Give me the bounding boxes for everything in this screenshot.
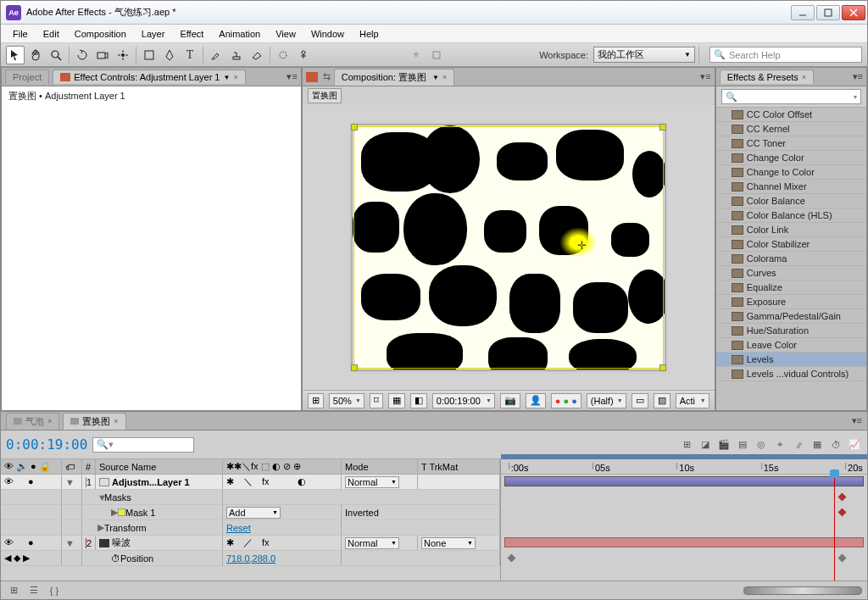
tl-tool-icon[interactable]: ⫽ [791, 437, 806, 453]
minimize-button[interactable] [791, 5, 815, 20]
camera-tool[interactable] [93, 46, 112, 64]
search-help-input[interactable]: 🔍 Search Help [709, 47, 862, 63]
transparency-grid-toggle[interactable]: ▨ [654, 393, 670, 408]
maximize-button[interactable] [816, 5, 840, 20]
effect-item[interactable]: Color Balance (HLS) [716, 208, 866, 223]
comp-mini-dropdown[interactable]: 置换图 [308, 88, 342, 103]
menu-help[interactable]: Help [353, 27, 386, 41]
menu-file[interactable]: File [6, 27, 35, 41]
toggle-modes-icon[interactable]: ☰ [26, 583, 42, 598]
effects-search-input[interactable]: 🔍▾ [721, 89, 861, 104]
tl-tool-icon[interactable]: ◎ [754, 437, 769, 453]
blend-mode-dropdown[interactable]: Normal▼ [345, 537, 399, 549]
trkmat-dropdown[interactable]: None▼ [421, 537, 476, 549]
zoom-tool[interactable] [47, 46, 65, 64]
favorites-icon[interactable]: ★ [407, 46, 426, 64]
viewer[interactable]: ✛ [303, 105, 715, 390]
current-time[interactable]: 0:00:19:00 [6, 436, 87, 453]
panel-menu-icon[interactable]: ▾≡ [852, 415, 862, 426]
timeline-search-input[interactable]: 🔍▾ [92, 437, 194, 453]
tl-tool-icon[interactable]: ▦ [810, 437, 825, 453]
toggle-switches-icon[interactable]: ⊞ [6, 583, 21, 598]
tab-comp-1[interactable]: 气泡 × [6, 413, 59, 430]
flow-icon[interactable]: ⇆ [323, 71, 331, 82]
mask-row-1[interactable]: ▶ Mask 1 Add▼ Inverted [1, 505, 500, 520]
mask-toggle[interactable]: ◧ [410, 393, 427, 408]
tab-close-icon[interactable]: × [802, 73, 806, 81]
tab-project[interactable]: Project [5, 69, 49, 84]
effect-item[interactable]: Leave Color [716, 338, 866, 353]
effect-item[interactable]: Gamma/Pedestal/Gain [716, 309, 866, 324]
tl-tool-icon[interactable]: ⊞ [679, 437, 694, 453]
workspace-dropdown[interactable]: 我的工作区▼ [593, 47, 695, 63]
eraser-tool[interactable] [248, 46, 266, 64]
zoom-slider[interactable] [743, 586, 862, 595]
effect-item[interactable]: Color Balance [716, 194, 866, 208]
effect-item[interactable]: CC Kernel [716, 122, 866, 136]
panel-menu-icon[interactable]: ▾≡ [853, 71, 863, 82]
effect-item[interactable]: Channel Mixer [716, 180, 866, 194]
layer-bar[interactable] [504, 537, 864, 547]
effect-item[interactable]: Hue/Saturation [716, 324, 866, 338]
effect-item[interactable]: Colorama [716, 252, 866, 266]
safe-zones-toggle[interactable]: ▦ [388, 393, 405, 408]
viewer-time[interactable]: 0:00:19:00 [432, 393, 495, 408]
puppet-tool[interactable] [294, 46, 313, 64]
tab-close-icon[interactable]: × [114, 417, 118, 425]
layer-row[interactable]: 👁 ● ▼ 2 噪波 ✱ ／ fx Normal▼ None▼ [1, 536, 500, 551]
tl-tool-icon[interactable]: ⏱ [828, 437, 843, 453]
canvas[interactable]: ✛ [352, 125, 665, 370]
keyframe[interactable] [507, 554, 515, 563]
aspect-toggle[interactable]: ⌑ [370, 393, 383, 408]
transform-reset-link[interactable]: Reset [226, 523, 251, 533]
selection-tool[interactable] [6, 46, 25, 64]
graph-editor-toggle[interactable]: 📈 [847, 437, 862, 453]
grid-toggle[interactable]: ⊞ [308, 393, 324, 408]
blend-mode-dropdown[interactable]: Normal▼ [345, 476, 399, 488]
effect-item[interactable]: CC Color Offset [716, 108, 866, 122]
transform-row[interactable]: ▶ Transform Reset [1, 520, 500, 536]
view-dropdown[interactable]: Acti [676, 393, 709, 408]
show-snapshot-icon[interactable]: 👤 [526, 393, 546, 408]
tab-close-icon[interactable]: × [233, 73, 237, 81]
keyframe[interactable] [838, 493, 847, 502]
panel-menu-icon[interactable]: ▾≡ [287, 71, 297, 82]
layers-icon[interactable] [306, 72, 318, 82]
text-tool[interactable]: T [181, 46, 199, 64]
pen-tool[interactable] [160, 46, 179, 64]
menu-effect[interactable]: Effect [173, 27, 210, 41]
zoom-dropdown[interactable]: 50% [329, 393, 364, 408]
rectangle-tool[interactable] [140, 46, 159, 64]
menu-composition[interactable]: Composition [68, 27, 133, 41]
layer-row[interactable]: 👁 ● ▼ 1 Adjustm...Layer 1 ✱ ＼ fx ◐ Norma… [1, 475, 500, 490]
snap-icon[interactable] [427, 46, 446, 64]
toggle-brackets-icon[interactable]: { } [47, 583, 62, 598]
rotation-tool[interactable] [73, 46, 92, 64]
mask-mode-dropdown[interactable]: Add▼ [226, 507, 281, 519]
timeline-tracks[interactable]: :00s 05s 10s 15s 20s [501, 459, 867, 581]
snapshot-icon[interactable]: 📷 [500, 393, 520, 408]
keyframe[interactable] [838, 508, 847, 517]
tab-comp-2[interactable]: 置换图 × [63, 413, 125, 430]
layer-bar[interactable] [504, 476, 864, 486]
resolution-dropdown[interactable]: (Half) [587, 393, 626, 408]
menu-view[interactable]: View [269, 27, 303, 41]
channels-icon[interactable]: ●●● [551, 393, 581, 408]
effect-item[interactable]: Color Stabilizer [716, 237, 866, 252]
tab-effect-controls[interactable]: Effect Controls: Adjustment Layer 1 ▼ × [53, 69, 245, 84]
roi-toggle[interactable]: ▭ [632, 393, 648, 408]
effect-item[interactable]: Color Link [716, 223, 866, 237]
tl-tool-icon[interactable]: ▤ [735, 437, 750, 453]
pan-behind-tool[interactable] [114, 46, 132, 64]
position-value[interactable]: 718.0,288.0 [226, 553, 275, 564]
menu-layer[interactable]: Layer [135, 27, 172, 41]
effect-item[interactable]: Exposure [716, 295, 866, 309]
effects-list[interactable]: CC Color OffsetCC KernelCC TonerChange C… [716, 108, 866, 410]
effect-item[interactable]: Levels ...vidual Controls) [716, 367, 866, 381]
masks-row[interactable]: ▼ Masks [1, 490, 500, 505]
panel-menu-icon[interactable]: ▾≡ [700, 71, 710, 82]
tab-close-icon[interactable]: × [442, 73, 447, 81]
roto-brush-tool[interactable] [274, 46, 292, 64]
tl-tool-icon[interactable]: 🎬 [716, 437, 732, 453]
tl-tool-icon[interactable]: ⌖ [772, 437, 787, 453]
